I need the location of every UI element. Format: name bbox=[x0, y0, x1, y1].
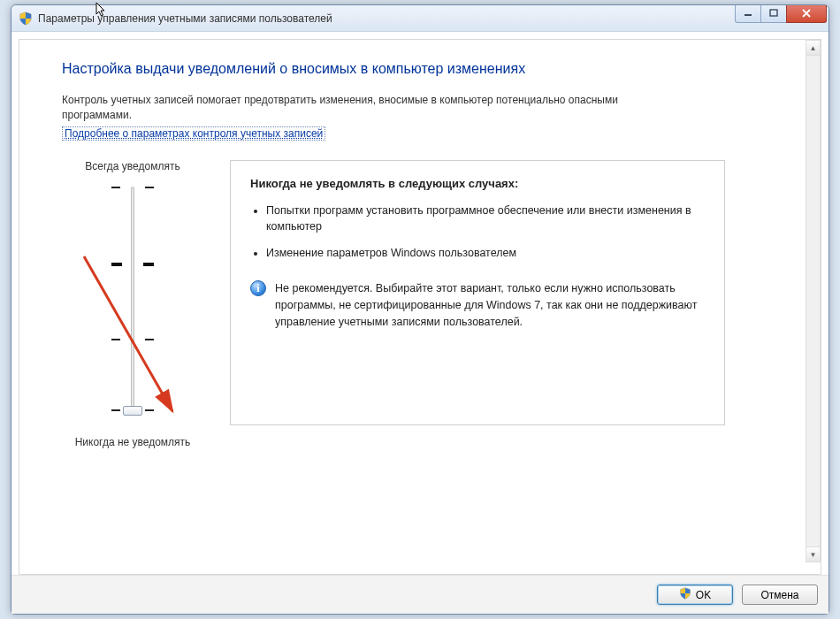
slider-thumb[interactable] bbox=[123, 406, 142, 416]
maximize-button[interactable] bbox=[760, 5, 787, 23]
svg-rect-1 bbox=[770, 10, 777, 16]
learn-more-link[interactable]: Подробнее о параметрах контроля учетных … bbox=[62, 126, 325, 141]
slider-tick bbox=[106, 263, 159, 264]
recommendation-text: Не рекомендуется. Выбирайте этот вариант… bbox=[275, 280, 705, 330]
minimize-button[interactable] bbox=[735, 5, 761, 23]
titlebar[interactable]: Параметры управления учетными записями п… bbox=[11, 5, 829, 32]
scroll-up-button[interactable]: ▲ bbox=[806, 41, 820, 56]
svg-rect-0 bbox=[745, 14, 752, 16]
page-description: Контроль учетных записей помогает предот… bbox=[62, 93, 681, 124]
level-info-panel: Никогда не уведомлять в следующих случая… bbox=[230, 160, 725, 425]
dialog-button-bar: OK Отмена bbox=[11, 575, 829, 614]
ok-button[interactable]: OK bbox=[657, 585, 733, 605]
slider-track bbox=[131, 187, 134, 415]
panel-bullet-list: Попытки программ установить программное … bbox=[266, 203, 705, 261]
window-title: Параметры управления учетными записями п… bbox=[38, 12, 736, 25]
content-pane: Настройка выдачи уведомлений о вносимых … bbox=[19, 39, 821, 575]
list-item: Изменение параметров Windows пользовател… bbox=[266, 245, 705, 261]
window-controls bbox=[736, 5, 827, 23]
shield-icon bbox=[19, 11, 33, 26]
panel-heading: Никогда не уведомлять в следующих случая… bbox=[250, 177, 705, 190]
list-item: Попытки программ установить программное … bbox=[266, 203, 705, 234]
scroll-down-button[interactable]: ▼ bbox=[806, 546, 820, 562]
slider-tick bbox=[106, 339, 159, 340]
svg-line-2 bbox=[84, 256, 172, 411]
slider-column: Всегда уведомлять bbox=[62, 160, 203, 448]
cancel-button[interactable]: Отмена bbox=[742, 585, 818, 605]
client-area: Настройка выдачи уведомлений о вносимых … bbox=[11, 32, 829, 614]
uac-slider[interactable] bbox=[106, 181, 159, 420]
info-icon: i bbox=[250, 280, 266, 296]
slider-area: Всегда уведомлять bbox=[62, 160, 789, 448]
close-button[interactable] bbox=[786, 5, 827, 23]
slider-tick bbox=[106, 187, 159, 188]
uac-settings-window: Параметры управления учетными записями п… bbox=[11, 4, 829, 615]
cancel-button-label: Отмена bbox=[760, 589, 798, 601]
recommendation-row: i Не рекомендуется. Выбирайте этот вариа… bbox=[250, 280, 705, 330]
page-title: Настройка выдачи уведомлений о вносимых … bbox=[62, 61, 789, 77]
ok-button-label: OK bbox=[696, 589, 711, 601]
shield-icon bbox=[679, 587, 691, 602]
slider-label-top: Всегда уведомлять bbox=[62, 160, 203, 172]
slider-label-bottom: Никогда не уведомлять bbox=[62, 436, 203, 448]
scrollbar[interactable]: ▲ ▼ bbox=[806, 40, 821, 562]
annotation-arrow-icon bbox=[80, 252, 221, 447]
